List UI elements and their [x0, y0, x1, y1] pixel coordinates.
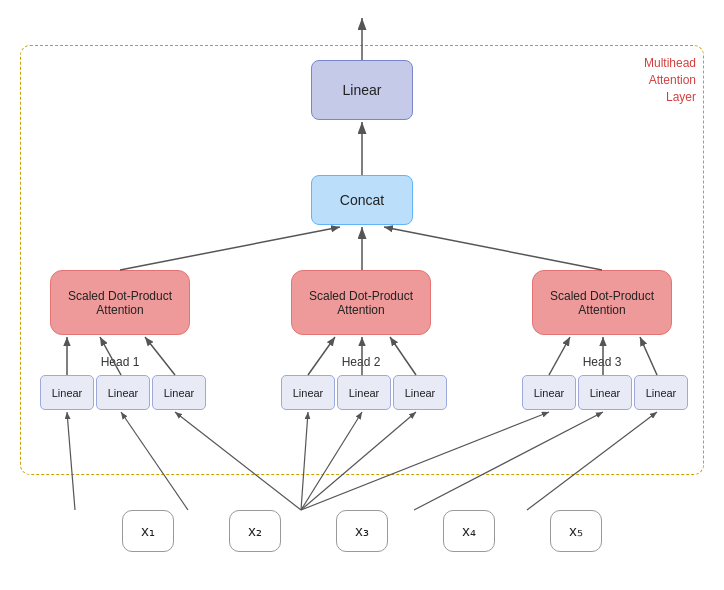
head-label-1: Head 1: [50, 355, 190, 369]
sdpa-head1: Scaled Dot-ProductAttention: [50, 270, 190, 335]
outer-label: Multihead Attention Layer: [644, 55, 696, 105]
input-x4: x₄: [443, 510, 495, 552]
linear-row-1: Linear Linear Linear: [40, 375, 206, 410]
input-x1: x₁: [122, 510, 174, 552]
linear-cell-3-2: Linear: [578, 375, 632, 410]
sdpa-head2: Scaled Dot-ProductAttention: [291, 270, 431, 335]
linear-row-2: Linear Linear Linear: [281, 375, 447, 410]
input-x5: x₅: [550, 510, 602, 552]
concat-box: Concat: [311, 175, 413, 225]
head-label-3: Head 3: [532, 355, 672, 369]
linear-row-3: Linear Linear Linear: [522, 375, 688, 410]
head-label-2: Head 2: [291, 355, 431, 369]
linear-cell-1-2: Linear: [96, 375, 150, 410]
input-row: x₁ x₂ x₃ x₄ x₅: [0, 510, 724, 552]
diagram-container: Multihead Attention Layer Linear Concat …: [0, 0, 724, 590]
linear-cell-1-1: Linear: [40, 375, 94, 410]
linear-top-box: Linear: [311, 60, 413, 120]
linear-cell-3-1: Linear: [522, 375, 576, 410]
linear-cell-2-1: Linear: [281, 375, 335, 410]
linear-cell-1-3: Linear: [152, 375, 206, 410]
linear-cell-2-3: Linear: [393, 375, 447, 410]
sdpa-head3: Scaled Dot-ProductAttention: [532, 270, 672, 335]
linear-cell-2-2: Linear: [337, 375, 391, 410]
input-x2: x₂: [229, 510, 281, 552]
linear-cell-3-3: Linear: [634, 375, 688, 410]
input-x3: x₃: [336, 510, 388, 552]
